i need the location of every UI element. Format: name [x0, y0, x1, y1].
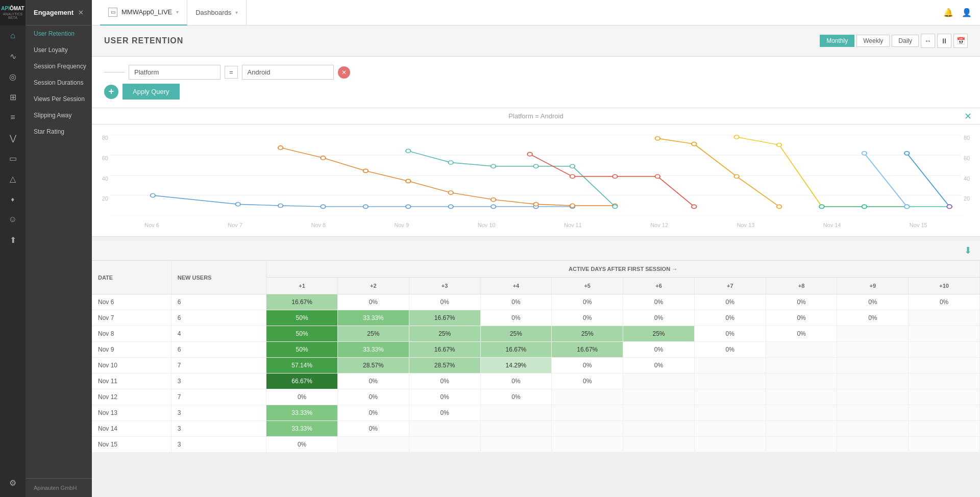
cell-day-5 [552, 405, 623, 421]
engagement-title: Engagement [34, 9, 74, 16]
svg-point-17 [363, 169, 369, 172]
th-day-10: +10 [909, 278, 980, 294]
cell-day-3: 16.67% [409, 310, 480, 326]
filter-field-select[interactable]: Platform Device OS Version [129, 65, 220, 80]
cell-day-7 [694, 421, 766, 437]
cell-day-10 [909, 405, 980, 421]
sidebar-item-star-rating[interactable]: Star Rating [26, 123, 92, 140]
cell-day-5: 16.67% [552, 342, 623, 358]
table-row: Nov 8450%25%25%25%25%25%0%0% [92, 326, 980, 342]
cell-day-10 [909, 326, 980, 342]
cell-day-3 [409, 421, 480, 437]
cell-day-6 [623, 374, 695, 389]
nav-icon-alert[interactable]: △ [0, 168, 26, 189]
nav-icon-chart[interactable]: ∿ [0, 46, 26, 66]
table-row: Nov 11366.67%0%0%0%0% [92, 374, 980, 389]
cell-day-1: 66.67% [266, 374, 338, 389]
cell-day-2: 33.33% [337, 310, 409, 326]
nav-icon-globe[interactable]: ◎ [0, 66, 26, 87]
filter-value-select[interactable]: Android iOS Windows [242, 65, 334, 80]
cell-day-9 [837, 374, 909, 389]
period-monthly-button[interactable]: Monthly [820, 35, 854, 47]
period-weekly-button[interactable]: Weekly [856, 35, 890, 47]
y-label-60: 60 [94, 155, 108, 161]
tab-app[interactable]: ▭ MMWApp0_LIVE ▾ [100, 0, 187, 26]
cell-new-users: 3 [171, 374, 266, 389]
tab-dashboards[interactable]: Dashboards ▾ [187, 0, 247, 26]
topbar: ▭ MMWApp0_LIVE ▾ Dashboards ▾ 🔔 👤 [92, 0, 980, 26]
svg-point-32 [612, 175, 618, 178]
query-close-button[interactable]: ✕ [964, 111, 972, 122]
user-icon[interactable]: 👤 [962, 8, 972, 17]
cell-day-7 [694, 437, 766, 453]
cell-day-1: 0% [266, 389, 338, 405]
query-label-bar: Platform = Android ✕ [92, 108, 980, 125]
nav-icon-funnel[interactable]: ⋁ [0, 128, 26, 148]
th-day-1: +1 [266, 278, 338, 294]
nav-icon-filter[interactable]: ≡ [0, 107, 26, 128]
cell-day-8: 0% [766, 326, 837, 342]
svg-point-37 [734, 175, 739, 178]
table-toolbar: ⬇ [92, 241, 980, 261]
svg-point-29 [612, 205, 618, 208]
sidebar-footer: Apinauten GmbH [26, 478, 92, 497]
th-day-9: +9 [837, 278, 909, 294]
cell-new-users: 7 [171, 389, 266, 405]
cell-day-2: 33.33% [337, 342, 409, 358]
cell-day-1: 50% [266, 326, 338, 342]
cell-date: Nov 12 [92, 389, 171, 405]
svg-point-8 [321, 205, 326, 208]
period-controls: Monthly Weekly Daily ↔ ⏸ 📅 [820, 34, 968, 48]
nav-icon-grid[interactable]: ⊞ [0, 87, 26, 107]
query-label-text: Platform = Android [508, 112, 563, 120]
nav-icon-person[interactable]: ☺ [0, 209, 26, 230]
download-icon[interactable]: ⬇ [964, 245, 972, 256]
filter-remove-button[interactable]: ✕ [338, 66, 350, 79]
sidebar-item-session-frequency[interactable]: Session Frequency [26, 58, 92, 74]
apply-query-button[interactable]: Apply Query [122, 84, 180, 100]
table-row: Nov 10757.14%28.57%28.57%14.29%0%0% [92, 358, 980, 374]
sidebar-item-slipping-away[interactable]: Slipping Away [26, 107, 92, 123]
nav-icon-analytics[interactable]: ⬆ [0, 230, 26, 250]
sidebar-item-session-durations[interactable]: Session Durations [26, 74, 92, 91]
page-title: USER RETENTION [104, 36, 183, 45]
svg-point-33 [655, 175, 660, 178]
cell-day-8 [766, 374, 837, 389]
sidebar-item-views-per-session[interactable]: Views Per Session [26, 91, 92, 107]
cell-day-3: 0% [409, 294, 480, 310]
svg-point-19 [448, 191, 453, 194]
period-daily-button[interactable]: Daily [892, 35, 919, 47]
svg-point-6 [235, 203, 240, 206]
nav-icon-home[interactable]: ⌂ [0, 26, 26, 46]
x-label-nov12: Nov 12 [650, 222, 668, 228]
cell-day-9 [837, 437, 909, 453]
cell-day-9: 0% [837, 310, 909, 326]
calendar-icon[interactable]: 📅 [953, 34, 968, 48]
nav-icon-tag[interactable]: ⬧ [0, 189, 26, 209]
th-day-8: +8 [766, 278, 837, 294]
table-header-row: DATE NEW USERS ACTIVE DAYS AFTER FIRST S… [92, 261, 980, 278]
cell-day-7 [694, 389, 766, 405]
adjust-icon[interactable]: ⏸ [937, 34, 951, 48]
expand-icon[interactable]: ↔ [921, 34, 935, 48]
nav-icon-settings[interactable]: ⚙ [0, 473, 26, 493]
nav-icon-card[interactable]: ▭ [0, 148, 26, 168]
cell-day-6 [623, 405, 695, 421]
x-label-nov6: Nov 6 [144, 222, 159, 228]
svg-point-38 [777, 205, 782, 208]
y-label-20: 20 [94, 195, 108, 202]
notification-icon[interactable]: 🔔 [943, 8, 953, 17]
cell-date: Nov 9 [92, 342, 171, 358]
svg-point-50 [904, 152, 910, 155]
filter-add-button[interactable]: + [104, 85, 118, 99]
cell-day-5: 0% [552, 310, 623, 326]
close-panel-button[interactable]: ✕ [78, 9, 84, 16]
cell-day-6: 0% [623, 342, 695, 358]
sidebar-item-user-loyalty[interactable]: User Loyalty [26, 42, 92, 58]
retention-chart [110, 135, 962, 216]
cell-new-users: 6 [171, 294, 266, 310]
sidebar-item-user-retention[interactable]: User Retention [26, 26, 92, 42]
x-label-nov7: Nov 7 [228, 222, 242, 228]
left-icon-bar: APIÔMAT ANALYTICS BETA ⌂ ∿ ◎ ⊞ ≡ ⋁ ▭ △ ⬧… [0, 0, 26, 497]
cell-day-6: 0% [623, 358, 695, 374]
